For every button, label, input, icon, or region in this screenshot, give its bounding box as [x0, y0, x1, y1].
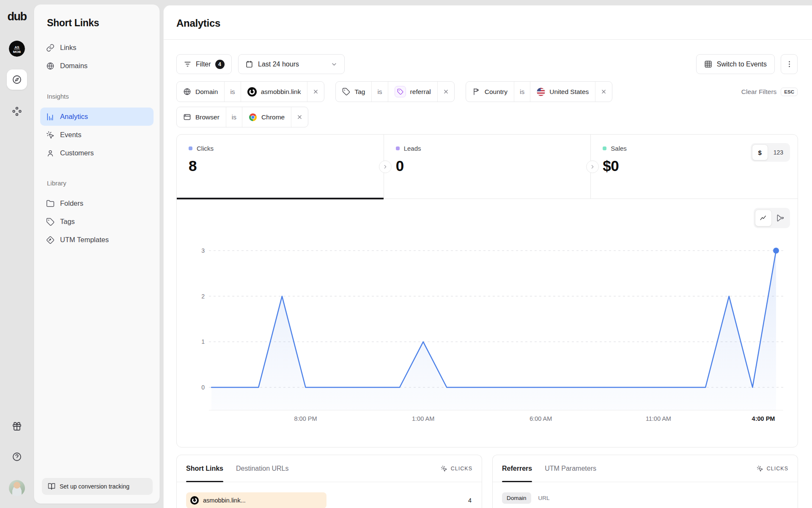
sidebar-item-label: Tags: [60, 218, 75, 226]
links-metric-selector[interactable]: CLICKS: [441, 465, 472, 472]
chip-tag-field[interactable]: Tag: [336, 82, 371, 102]
clicks-dot: [189, 146, 192, 150]
sidebar-item-domains[interactable]: Domains: [40, 57, 154, 75]
chip-field-label: Browser: [195, 113, 219, 121]
date-range-select[interactable]: Last 24 hours: [238, 54, 345, 74]
stat-value: 8: [189, 157, 372, 174]
chip-country-operator[interactable]: is: [514, 82, 530, 102]
tab-short-links[interactable]: Short Links: [186, 455, 223, 482]
leads-dot: [396, 146, 400, 150]
count-toggle-button[interactable]: 123: [768, 149, 789, 156]
stat-leads[interactable]: Leads 0: [384, 135, 591, 199]
chrome-icon: [249, 113, 257, 121]
referrers-panel: Referrers UTM Parameters CLICKS Domain U…: [492, 455, 798, 508]
icon-rail: dub AS MOB: [0, 0, 34, 508]
chip-tag-value[interactable]: referral: [388, 82, 437, 102]
chip-country-remove[interactable]: [595, 82, 612, 102]
chip-browser-value[interactable]: Chrome: [242, 107, 291, 127]
diamond-arrow-icon: [46, 236, 55, 244]
short-link-label: asmobbin.link...: [203, 497, 246, 504]
short-link-clicks: 4: [468, 492, 472, 508]
grid-icon: [704, 60, 712, 68]
chip-domain-operator[interactable]: is: [224, 82, 240, 102]
chip-browser-operator[interactable]: is: [226, 107, 242, 127]
stat-sales[interactable]: Sales $0 $ 123: [590, 135, 798, 199]
funnel-toggle-button[interactable]: [772, 210, 789, 226]
stat-clicks[interactable]: Clicks 8: [177, 135, 384, 199]
referrers-metric-label: CLICKS: [767, 466, 788, 472]
sidebar-item-links[interactable]: Links: [40, 39, 154, 57]
dub-logo[interactable]: dub: [0, 10, 34, 23]
chip-country-field[interactable]: Country: [466, 82, 514, 102]
sidebar-item-label: Events: [60, 131, 81, 139]
rail-rewards-button[interactable]: [11, 421, 22, 432]
clicks-line-chart[interactable]: 01238:00 PM1:00 AM6:00 AM11:00 AM4:00 PM: [177, 199, 798, 448]
close-icon: [296, 114, 303, 120]
svg-text:MOB: MOB: [13, 50, 21, 54]
user-avatar[interactable]: [9, 480, 25, 496]
filter-count-badge: 4: [215, 60, 225, 69]
short-link-row[interactable]: asmobbin.link... 4: [186, 492, 472, 508]
filter-lines-icon: [184, 60, 192, 68]
sidebar-item-label: Analytics: [60, 113, 88, 121]
chip-browser-field[interactable]: Browser: [177, 107, 226, 127]
rail-short-links-button[interactable]: [7, 69, 27, 90]
svg-text:11:00 AM: 11:00 AM: [646, 415, 671, 422]
stat-label: Leads: [404, 145, 421, 152]
help-icon: [12, 452, 22, 462]
chip-domain-remove[interactable]: [307, 82, 324, 102]
clicks-leads-chevron-button[interactable]: [379, 160, 392, 173]
stat-label: Sales: [611, 145, 627, 152]
chip-tag-remove[interactable]: [437, 82, 454, 102]
tag-badge-icon: [395, 86, 406, 97]
tab-utm-parameters[interactable]: UTM Parameters: [545, 455, 596, 482]
main-panel: Analytics Filter 4 Last 24 hours Switch …: [163, 5, 812, 508]
leads-sales-chevron-button[interactable]: [586, 160, 599, 173]
filter-button[interactable]: Filter 4: [176, 54, 232, 74]
sidebar-item-customers[interactable]: Customers: [40, 144, 154, 162]
sidebar-item-label: Links: [60, 44, 77, 52]
svg-text:1:00 AM: 1:00 AM: [412, 415, 434, 422]
currency-toggle-button[interactable]: $: [752, 144, 768, 160]
sidebar-item-label: Folders: [60, 199, 83, 207]
referrers-metric-selector[interactable]: CLICKS: [757, 465, 788, 472]
sidebar-item-tags[interactable]: Tags: [40, 213, 154, 231]
page-title: Analytics: [176, 17, 220, 29]
chip-country-value[interactable]: United States: [530, 82, 595, 102]
sidebar-item-analytics[interactable]: Analytics: [40, 108, 154, 126]
stats-row: Clicks 8 Leads 0 Sales $0 $ 123: [177, 135, 798, 199]
tab-referrers[interactable]: Referrers: [502, 455, 532, 482]
chip-domain-value[interactable]: asmobbin.link: [241, 82, 307, 102]
asmobbin-favicon: [247, 87, 257, 97]
line-chart-toggle-button[interactable]: [755, 210, 772, 226]
bar-chart-icon: [46, 113, 55, 121]
workspace-avatar[interactable]: AS MOB: [9, 41, 25, 57]
chip-tag-operator[interactable]: is: [371, 82, 387, 102]
kebab-icon: [785, 60, 793, 68]
svg-text:6:00 AM: 6:00 AM: [529, 415, 552, 422]
conversion-tracking-button[interactable]: Set up conversion tracking: [42, 478, 153, 495]
short-links-panel: Short Links Destination URLs CLICKS asmo…: [176, 455, 482, 508]
us-flag-icon: [537, 88, 545, 96]
subtab-url[interactable]: URL: [534, 492, 554, 504]
sidebar-item-events[interactable]: Events: [40, 126, 154, 144]
calendar-icon: [245, 60, 253, 68]
more-options-button[interactable]: [781, 54, 798, 74]
subtab-domain[interactable]: Domain: [502, 492, 531, 504]
switch-to-events-button[interactable]: Switch to Events: [696, 54, 775, 74]
rail-help-button[interactable]: [11, 451, 22, 462]
chip-browser-remove[interactable]: [291, 107, 308, 127]
book-open-icon: [48, 483, 55, 490]
sidebar-section-library: Library: [47, 179, 66, 187]
sidebar-item-utm-templates[interactable]: UTM Templates: [40, 231, 154, 249]
compass-icon: [12, 75, 22, 85]
chip-domain-field[interactable]: Domain: [177, 82, 224, 102]
chip-field-label: Country: [485, 88, 508, 96]
link-icon: [46, 44, 55, 52]
rail-programs-button[interactable]: [11, 106, 22, 117]
tab-destination-urls[interactable]: Destination URLs: [236, 455, 289, 482]
chevron-down-icon: [331, 61, 337, 68]
filter-chip-tag: Tag is referral: [335, 81, 454, 102]
sidebar-item-folders[interactable]: Folders: [40, 194, 154, 213]
clear-filters-button[interactable]: Clear Filters ESC: [741, 86, 798, 97]
